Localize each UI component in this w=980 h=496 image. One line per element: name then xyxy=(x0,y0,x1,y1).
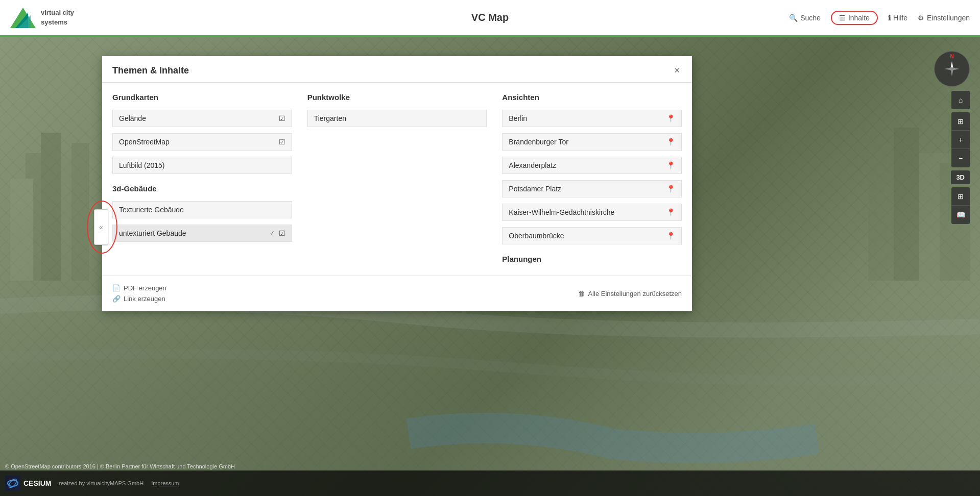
right-controls: N ⌂ xyxy=(934,51,970,109)
cesium-logo: CESIUM xyxy=(5,476,51,491)
gelande-checkbox[interactable]: ☑ xyxy=(279,114,285,122)
grundkarten-heading: Grundkarten xyxy=(112,93,292,102)
list-item[interactable]: Alexanderplatz 📍 xyxy=(502,157,682,174)
list-item[interactable]: Luftbild (2015) xyxy=(112,157,292,174)
location-icon: 📍 xyxy=(666,208,675,216)
grid-tool-group: ⊞ + − xyxy=(951,112,970,167)
realized-by-text: realzed by virtualcityMAPS GmbH xyxy=(59,480,144,486)
hilfe-nav-item[interactable]: ℹ Hilfe xyxy=(888,14,907,22)
svg-rect-4 xyxy=(10,179,33,281)
svg-rect-1 xyxy=(41,133,61,281)
ansichten-column: Ansichten Berlin 📍 Brandenburger Tor 📍 A… xyxy=(502,93,682,265)
more-tool-group: ⊞ 📖 xyxy=(951,187,970,224)
logo-area: virtual city systems xyxy=(10,5,74,31)
list-item[interactable]: Berlin 📍 xyxy=(502,110,682,127)
location-icon: 📍 xyxy=(666,161,675,169)
list-item[interactable]: Tiergarten xyxy=(307,110,487,127)
zoom-in-button[interactable]: + xyxy=(951,131,970,149)
zoom-out-button[interactable]: − xyxy=(951,149,970,167)
hamburger-icon: ☰ xyxy=(839,14,846,22)
edit-icon: ✓ xyxy=(270,230,275,237)
pdf-erzeugen-button[interactable]: 📄 PDF erzeugen xyxy=(112,284,166,292)
svg-rect-3 xyxy=(71,143,89,281)
gebaeude-heading: 3d-Gebäude xyxy=(112,184,292,193)
list-item[interactable]: Texturierte Gebäude xyxy=(112,201,292,218)
svg-point-16 xyxy=(950,67,953,70)
layers-icon: ⊞ xyxy=(958,192,964,201)
list-item[interactable]: OpenStreetMap ☑ xyxy=(112,133,292,151)
search-nav-item[interactable]: 🔍 Suche xyxy=(789,14,821,22)
map-credits: © OpenStreetMap contributors 2016 | © Be… xyxy=(5,463,235,469)
home-tool-group: ⌂ xyxy=(951,91,970,109)
dialog-header: Themen & Inhalte × xyxy=(102,56,692,83)
gear-icon: ⚙ xyxy=(918,14,924,22)
chevron-left-icon: « xyxy=(99,223,103,231)
location-icon: 📍 xyxy=(666,232,675,240)
header-title: VC Map xyxy=(471,12,509,23)
view-3d-button[interactable]: 3D xyxy=(951,170,970,184)
untex-checkbox[interactable]: ☑ xyxy=(279,229,285,237)
bottom-bar: CESIUM realzed by virtualcityMAPS GmbH I… xyxy=(0,470,980,496)
list-item[interactable]: Potsdamer Platz 📍 xyxy=(502,180,682,197)
grid-icon: ⊞ xyxy=(958,117,964,126)
cesium-logo-icon xyxy=(5,476,20,491)
location-icon: 📍 xyxy=(666,185,675,193)
dialog-panel: Themen & Inhalte × Grundkarten Gelände ☑… xyxy=(102,56,692,311)
list-item[interactable]: Kaiser-Wilhelm-Gedächtniskirche 📍 xyxy=(502,204,682,221)
info-icon: ℹ xyxy=(888,14,891,22)
layers-button[interactable]: ⊞ xyxy=(951,187,970,206)
search-icon: 🔍 xyxy=(789,14,798,22)
collapse-panel-button[interactable]: « xyxy=(94,209,108,245)
footer-left: 📄 PDF erzeugen 🔗 Link erzeugen xyxy=(112,284,166,303)
grundkarten-column: Grundkarten Gelände ☑ OpenStreetMap ☑ Lu… xyxy=(112,93,292,265)
plus-icon: + xyxy=(959,136,963,144)
list-item[interactable]: Oberbaumbrücke 📍 xyxy=(502,227,682,244)
reset-settings-button[interactable]: 🗑 Alle Einstellungen zurücksetzen xyxy=(578,290,682,297)
dialog-title: Themen & Inhalte xyxy=(112,65,189,76)
minus-icon: − xyxy=(959,154,963,162)
list-item[interactable]: Brandenburger Tor 📍 xyxy=(502,133,682,151)
link-icon: 🔗 xyxy=(112,295,121,303)
logo-text: virtual city systems xyxy=(41,8,74,27)
map-button[interactable]: 📖 xyxy=(951,206,970,224)
dialog-close-button[interactable]: × xyxy=(672,65,682,76)
svg-point-18 xyxy=(8,478,18,489)
impressum-link[interactable]: Impressum xyxy=(151,480,179,486)
logo-icon xyxy=(10,5,36,31)
svg-rect-6 xyxy=(894,128,919,281)
punktwolke-column: Punktwolke Tiergarten xyxy=(307,93,487,265)
header: virtual city systems VC Map 🔍 Suche ☰ In… xyxy=(0,0,980,37)
compass-rose[interactable]: N xyxy=(934,51,970,87)
link-erzeugen-button[interactable]: 🔗 Link erzeugen xyxy=(112,295,166,303)
list-item[interactable]: untexturiert Gebäude ✓ ☑ xyxy=(112,225,292,242)
grid-button[interactable]: ⊞ xyxy=(951,112,970,131)
dialog-body: Grundkarten Gelände ☑ OpenStreetMap ☑ Lu… xyxy=(102,83,692,276)
location-icon: 📍 xyxy=(666,138,675,146)
right-grid-tools: ⊞ + − 3D ⊞ 📖 xyxy=(951,112,970,224)
header-nav: 🔍 Suche ☰ Inhalte ℹ Hilfe ⚙ Einstellunge… xyxy=(789,11,970,25)
compass-north-label: N xyxy=(950,54,953,59)
compass-arrows xyxy=(942,59,962,79)
home-icon: ⌂ xyxy=(959,96,963,104)
list-item[interactable]: Gelände ☑ xyxy=(112,110,292,127)
map-icon: 📖 xyxy=(957,211,965,219)
planungen-heading: Planungen xyxy=(502,255,682,263)
home-button[interactable]: ⌂ xyxy=(951,91,970,109)
einstellungen-nav-item[interactable]: ⚙ Einstellungen xyxy=(918,14,970,22)
punktwolke-heading: Punktwolke xyxy=(307,93,487,102)
ansichten-heading: Ansichten xyxy=(502,93,682,102)
location-icon: 📍 xyxy=(666,114,675,122)
trash-icon: 🗑 xyxy=(578,290,585,297)
inhalte-nav-item[interactable]: ☰ Inhalte xyxy=(831,11,878,25)
dialog-footer: 📄 PDF erzeugen 🔗 Link erzeugen 🗑 Alle Ei… xyxy=(102,276,692,311)
cesium-label: CESIUM xyxy=(23,479,51,487)
pdf-icon: 📄 xyxy=(112,284,121,292)
osm-checkbox[interactable]: ☑ xyxy=(279,138,285,146)
